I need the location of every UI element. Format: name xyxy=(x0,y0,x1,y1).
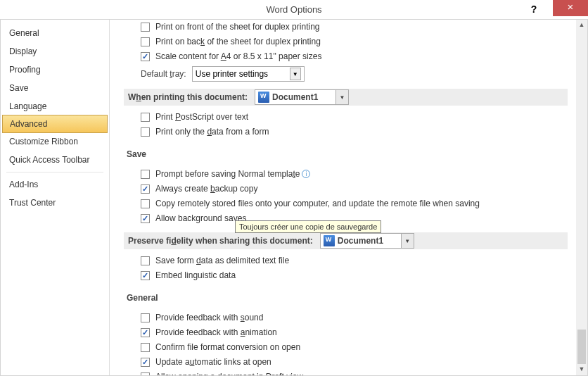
chevron-down-icon[interactable]: ▼ xyxy=(401,234,414,248)
section-label: Preserve fidelity when sharing this docu… xyxy=(128,236,313,246)
dropdown-fidelity-document[interactable]: Document1 ▼ xyxy=(320,233,414,249)
checkbox-row: Allow opening a document in Draft view xyxy=(127,370,573,375)
dropdown-print-document[interactable]: Document1 ▼ xyxy=(255,89,349,105)
checkbox-scale[interactable] xyxy=(141,52,150,61)
scroll-up-icon[interactable]: ▲ xyxy=(576,20,587,31)
checkbox-row: Confirm file format conversion on open xyxy=(127,340,573,354)
label-default-tray: Default tray: xyxy=(141,69,186,79)
checkbox-row: Scale content for A4 or 8.5 x 11" paper … xyxy=(127,49,573,63)
sidebar-item-display[interactable]: Display xyxy=(1,42,109,61)
tooltip: Toujours créer une copie de sauvegarde xyxy=(235,220,381,233)
label-linguistic: Embed linguistic data xyxy=(155,270,236,280)
content-pane: Print on front of the sheet for duplex p… xyxy=(110,20,587,375)
checkbox-back-duplex[interactable] xyxy=(141,37,150,46)
checkbox-data-only[interactable] xyxy=(141,127,150,137)
sidebar-item-quick-access[interactable]: Quick Access Toolbar xyxy=(1,151,109,169)
tray-row: Default tray: Use printer settings ▼ xyxy=(127,66,573,82)
dropdown-tray-value: Use printer settings xyxy=(196,69,287,79)
sidebar-item-language[interactable]: Language xyxy=(1,97,109,115)
checkbox-row: Update automatic links at open xyxy=(127,355,573,369)
checkbox-backup[interactable] xyxy=(141,184,150,194)
dropdown-default-tray[interactable]: Use printer settings ▼ xyxy=(192,66,305,82)
checkbox-row: Print PostScript over text xyxy=(127,110,573,124)
help-button[interactable]: ? xyxy=(523,0,544,20)
word-doc-icon xyxy=(324,235,335,246)
checkbox-row: Print on front of the sheet for duplex p… xyxy=(127,20,573,34)
checkbox-sound[interactable] xyxy=(141,313,150,322)
label-remote: Copy remotely stored files onto your com… xyxy=(155,199,480,208)
window-title: Word Options xyxy=(266,4,321,15)
label-links: Update automatic links at open xyxy=(155,357,271,367)
checkbox-row: Prompt before saving Normal template i xyxy=(127,167,573,181)
label-postscript: Print PostScript over text xyxy=(155,112,248,122)
scroll-down-icon[interactable]: ▼ xyxy=(576,364,587,375)
checkbox-links[interactable] xyxy=(141,358,150,367)
label-prompt-normal: Prompt before saving Normal template xyxy=(155,169,300,179)
sidebar-item-general[interactable]: General xyxy=(1,24,109,42)
checkbox-row: Provide feedback with sound xyxy=(127,311,573,325)
info-icon[interactable]: i xyxy=(302,170,310,178)
label-back-duplex: Print on back of the sheet for duplex pr… xyxy=(155,37,321,46)
label-sound: Provide feedback with sound xyxy=(155,313,263,322)
label-data-only: Print only the data from a form xyxy=(155,127,269,137)
title-bar: Word Options ? × xyxy=(0,0,588,20)
chevron-down-icon[interactable]: ▼ xyxy=(290,68,301,80)
label-form-data: Save form data as delimited text file xyxy=(155,256,289,265)
label-draft: Allow opening a document in Draft view xyxy=(155,372,303,375)
checkbox-front-duplex[interactable] xyxy=(141,23,150,32)
label-scale: Scale content for A4 or 8.5 x 11" paper … xyxy=(155,51,321,61)
checkbox-animation[interactable] xyxy=(141,328,150,337)
sidebar-item-proofing[interactable]: Proofing xyxy=(1,61,109,79)
checkbox-row: Copy remotely stored files onto your com… xyxy=(127,196,573,211)
checkbox-confirm[interactable] xyxy=(141,343,150,352)
chevron-down-icon[interactable]: ▼ xyxy=(335,90,348,104)
label-front-duplex: Print on front of the sheet for duplex p… xyxy=(155,22,319,32)
sidebar-separator xyxy=(6,172,103,173)
checkbox-bg-saves[interactable] xyxy=(141,214,150,223)
section-when-printing: When printing this document: Document1 ▼ xyxy=(124,89,568,106)
vertical-scrollbar[interactable]: ▲ ▼ xyxy=(576,20,587,375)
sidebar-item-trust-center[interactable]: Trust Center xyxy=(1,194,109,212)
label-confirm: Confirm file format conversion on open xyxy=(155,342,300,352)
checkbox-remote[interactable] xyxy=(141,199,150,208)
checkbox-row: Print only the data from a form xyxy=(127,125,573,139)
checkbox-row: Print on back of the sheet for duplex pr… xyxy=(127,35,573,49)
sidebar: General Display Proofing Save Language A… xyxy=(1,20,110,375)
checkbox-row: Always create backup copy xyxy=(127,182,573,196)
checkbox-form-data[interactable] xyxy=(141,256,150,265)
sidebar-item-save[interactable]: Save xyxy=(1,79,109,97)
close-button[interactable]: × xyxy=(553,0,588,16)
checkbox-row: Save form data as delimited text file xyxy=(127,253,573,268)
checkbox-draft[interactable] xyxy=(141,372,150,376)
checkbox-prompt-normal[interactable] xyxy=(141,170,150,179)
checkbox-row: Provide feedback with animation xyxy=(127,325,573,339)
dropdown-doc-value: Document1 xyxy=(272,92,335,102)
label-bg-saves: Allow background saves xyxy=(155,213,246,223)
label-animation: Provide feedback with animation xyxy=(155,327,277,337)
word-doc-icon xyxy=(258,92,269,103)
section-save: Save xyxy=(127,146,570,163)
section-label: When printing this document: xyxy=(128,92,248,102)
section-preserve-fidelity: Preserve fidelity when sharing this docu… xyxy=(124,232,568,249)
sidebar-item-addins[interactable]: Add-Ins xyxy=(1,175,109,194)
sidebar-item-advanced[interactable]: Advanced xyxy=(2,115,108,133)
dropdown-doc-value: Document1 xyxy=(338,236,401,246)
sidebar-item-customize-ribbon[interactable]: Customize Ribbon xyxy=(1,132,109,151)
checkbox-linguistic[interactable] xyxy=(141,271,150,280)
checkbox-row: Embed linguistic data xyxy=(127,268,573,282)
label-backup: Always create backup copy xyxy=(155,184,257,194)
section-general: General xyxy=(127,289,570,306)
checkbox-postscript[interactable] xyxy=(141,113,150,122)
